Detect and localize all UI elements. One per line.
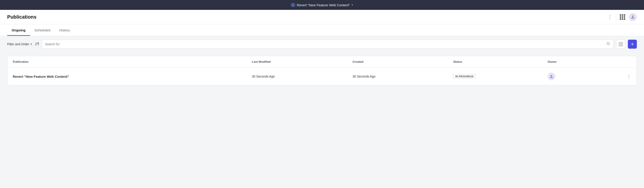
- publications-table: Publication Last Modified Created Status…: [8, 56, 636, 85]
- status-badge: IN PROGRESS: [453, 74, 476, 79]
- toolbar: Filter and Order ▾ +: [0, 36, 644, 52]
- top-bar-label: Revert "New Feature Web Content": [297, 3, 350, 7]
- table-header-row: Publication Last Modified Created Status…: [8, 56, 636, 68]
- user-avatar[interactable]: [629, 13, 637, 21]
- col-header-created: Created: [347, 56, 448, 68]
- tabs-area: Ongoing Scheduled History: [0, 24, 644, 36]
- tab-scheduled[interactable]: Scheduled: [30, 24, 55, 36]
- top-bar-chevron[interactable]: ▾: [352, 3, 353, 6]
- cell-owner: ⋮: [542, 68, 636, 85]
- top-bar: Revert "New Feature Web Content" ▾: [0, 0, 644, 10]
- col-header-owner: Owner: [542, 56, 636, 68]
- header-divider: [616, 14, 616, 20]
- search-input[interactable]: [45, 42, 604, 46]
- sort-button[interactable]: [34, 42, 39, 46]
- svg-point-5: [607, 42, 609, 45]
- cell-created: 30 Seconds Ago: [347, 68, 448, 85]
- header: Publications ⋮: [0, 10, 644, 24]
- view-toggle-button[interactable]: [616, 40, 625, 49]
- col-header-last-modified: Last Modified: [246, 56, 347, 68]
- filter-order-button[interactable]: Filter and Order ▾: [7, 42, 32, 46]
- search-bar: [42, 40, 614, 49]
- col-header-publication: Publication: [8, 56, 246, 68]
- table-row: Revert "New Feature Web Content" 30 Seco…: [8, 68, 636, 85]
- col-header-status: Status: [448, 56, 542, 68]
- apps-grid-icon[interactable]: [620, 14, 625, 20]
- publications-table-container: Publication Last Modified Created Status…: [7, 56, 637, 85]
- row-menu-button[interactable]: ⋮: [627, 74, 631, 79]
- search-icon: [606, 42, 610, 46]
- header-actions: ⋮: [608, 13, 637, 21]
- cell-publication-name: Revert "New Feature Web Content": [8, 68, 246, 85]
- svg-point-7: [551, 75, 552, 76]
- more-options-button[interactable]: ⋮: [608, 14, 612, 20]
- svg-point-0: [632, 15, 634, 17]
- owner-avatar-icon: [549, 74, 554, 79]
- page-title: Publications: [7, 14, 36, 20]
- revert-icon: [291, 3, 295, 7]
- owner-avatar: [548, 73, 555, 80]
- grid-view-icon: [619, 42, 623, 46]
- cell-status: IN PROGRESS: [448, 68, 542, 85]
- add-publication-button[interactable]: +: [628, 40, 637, 49]
- cell-last-modified: 30 Seconds Ago: [246, 68, 347, 85]
- svg-line-6: [609, 44, 610, 45]
- sort-icon: [34, 42, 39, 46]
- avatar-icon: [630, 14, 635, 19]
- filter-chevron-icon: ▾: [30, 43, 32, 46]
- tab-ongoing[interactable]: Ongoing: [7, 24, 30, 36]
- tab-history[interactable]: History: [55, 24, 74, 36]
